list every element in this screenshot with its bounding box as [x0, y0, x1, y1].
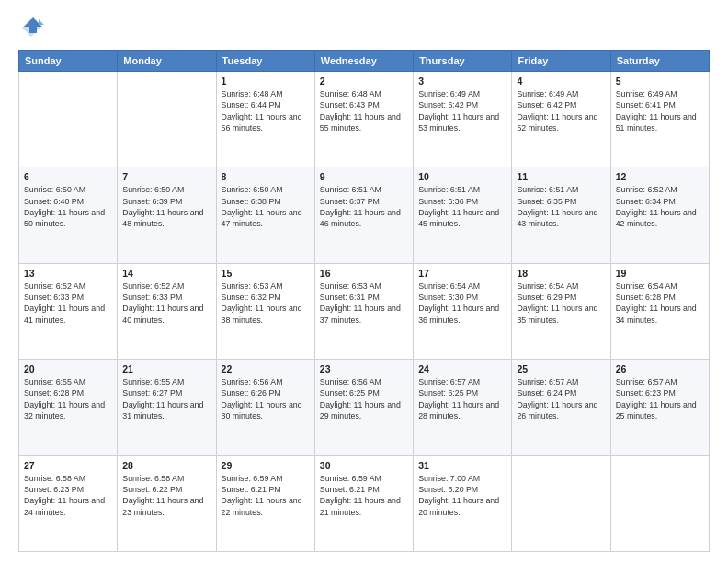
day-number: 31	[418, 460, 506, 471]
day-number: 18	[517, 268, 605, 279]
day-number: 9	[320, 171, 408, 182]
day-info: Sunrise: 6:57 AM Sunset: 6:24 PM Dayligh…	[517, 376, 605, 421]
day-info: Sunrise: 6:54 AM Sunset: 6:28 PM Dayligh…	[616, 281, 704, 326]
calendar-cell: 2Sunrise: 6:48 AM Sunset: 6:43 PM Daylig…	[314, 72, 413, 167]
day-info: Sunrise: 6:48 AM Sunset: 6:43 PM Dayligh…	[320, 88, 408, 133]
calendar-cell: 31Sunrise: 7:00 AM Sunset: 6:20 PM Dayli…	[414, 455, 512, 551]
day-number: 30	[320, 460, 408, 471]
day-number: 17	[418, 268, 506, 279]
day-number: 4	[517, 75, 605, 86]
calendar-cell: 27Sunrise: 6:58 AM Sunset: 6:23 PM Dayli…	[19, 455, 118, 551]
day-info: Sunrise: 6:50 AM Sunset: 6:38 PM Dayligh…	[222, 184, 310, 229]
calendar-cell: 21Sunrise: 6:55 AM Sunset: 6:27 PM Dayli…	[118, 360, 216, 455]
day-info: Sunrise: 6:58 AM Sunset: 6:23 PM Dayligh…	[24, 473, 112, 518]
calendar-cell: 28Sunrise: 6:58 AM Sunset: 6:22 PM Dayli…	[118, 455, 216, 551]
day-info: Sunrise: 6:57 AM Sunset: 6:23 PM Dayligh…	[616, 376, 704, 421]
day-info: Sunrise: 6:52 AM Sunset: 6:33 PM Dayligh…	[122, 281, 210, 326]
day-info: Sunrise: 6:59 AM Sunset: 6:21 PM Dayligh…	[320, 473, 408, 518]
calendar-cell: 4Sunrise: 6:49 AM Sunset: 6:42 PM Daylig…	[512, 72, 610, 167]
day-number: 24	[418, 363, 506, 374]
calendar-cell	[512, 455, 610, 551]
day-info: Sunrise: 6:52 AM Sunset: 6:33 PM Dayligh…	[24, 281, 112, 326]
day-info: Sunrise: 6:55 AM Sunset: 6:27 PM Dayligh…	[122, 376, 210, 421]
day-info: Sunrise: 6:51 AM Sunset: 6:37 PM Dayligh…	[320, 184, 408, 229]
day-info: Sunrise: 6:55 AM Sunset: 6:28 PM Dayligh…	[24, 376, 112, 421]
calendar-cell: 23Sunrise: 6:56 AM Sunset: 6:25 PM Dayli…	[314, 360, 413, 455]
weekday-header-sunday: Sunday	[19, 51, 118, 72]
day-info: Sunrise: 6:54 AM Sunset: 6:29 PM Dayligh…	[517, 281, 605, 326]
day-info: Sunrise: 6:53 AM Sunset: 6:32 PM Dayligh…	[222, 281, 310, 326]
calendar-cell: 12Sunrise: 6:52 AM Sunset: 6:34 PM Dayli…	[610, 167, 709, 263]
calendar-cell	[19, 72, 118, 167]
day-info: Sunrise: 6:57 AM Sunset: 6:25 PM Dayligh…	[418, 376, 506, 421]
day-number: 3	[418, 75, 506, 86]
day-number: 16	[320, 268, 408, 279]
calendar-cell: 20Sunrise: 6:55 AM Sunset: 6:28 PM Dayli…	[19, 360, 118, 455]
day-info: Sunrise: 6:53 AM Sunset: 6:31 PM Dayligh…	[320, 281, 408, 326]
weekday-header-thursday: Thursday	[414, 51, 512, 72]
day-number: 20	[24, 363, 112, 374]
calendar-cell: 19Sunrise: 6:54 AM Sunset: 6:28 PM Dayli…	[610, 263, 709, 359]
calendar-cell: 8Sunrise: 6:50 AM Sunset: 6:38 PM Daylig…	[216, 167, 314, 263]
day-number: 12	[616, 171, 704, 182]
day-number: 5	[616, 75, 704, 86]
day-info: Sunrise: 6:49 AM Sunset: 6:41 PM Dayligh…	[616, 88, 704, 133]
calendar-cell	[118, 72, 216, 167]
calendar-cell: 30Sunrise: 6:59 AM Sunset: 6:21 PM Dayli…	[314, 455, 413, 551]
day-number: 25	[517, 363, 605, 374]
calendar-week-row: 6Sunrise: 6:50 AM Sunset: 6:40 PM Daylig…	[19, 167, 710, 263]
day-info: Sunrise: 6:50 AM Sunset: 6:39 PM Dayligh…	[122, 184, 210, 229]
weekday-header-wednesday: Wednesday	[314, 51, 413, 72]
weekday-header-tuesday: Tuesday	[216, 51, 314, 72]
weekday-header-saturday: Saturday	[610, 51, 709, 72]
calendar-cell: 6Sunrise: 6:50 AM Sunset: 6:40 PM Daylig…	[19, 167, 118, 263]
day-info: Sunrise: 6:56 AM Sunset: 6:25 PM Dayligh…	[320, 376, 408, 421]
day-number: 14	[122, 268, 210, 279]
calendar-cell: 5Sunrise: 6:49 AM Sunset: 6:41 PM Daylig…	[610, 72, 709, 167]
day-number: 11	[517, 171, 605, 182]
day-number: 8	[222, 171, 310, 182]
day-info: Sunrise: 6:50 AM Sunset: 6:40 PM Dayligh…	[24, 184, 112, 229]
calendar-cell: 3Sunrise: 6:49 AM Sunset: 6:42 PM Daylig…	[414, 72, 512, 167]
day-info: Sunrise: 6:58 AM Sunset: 6:22 PM Dayligh…	[122, 473, 210, 518]
calendar-cell: 18Sunrise: 6:54 AM Sunset: 6:29 PM Dayli…	[512, 263, 610, 359]
day-number: 15	[222, 268, 310, 279]
day-number: 6	[24, 171, 112, 182]
calendar-cell: 17Sunrise: 6:54 AM Sunset: 6:30 PM Dayli…	[414, 263, 512, 359]
calendar-cell: 11Sunrise: 6:51 AM Sunset: 6:35 PM Dayli…	[512, 167, 610, 263]
calendar-table: SundayMondayTuesdayWednesdayThursdayFrid…	[18, 50, 710, 552]
day-info: Sunrise: 7:00 AM Sunset: 6:20 PM Dayligh…	[418, 473, 506, 518]
logo-icon	[18, 15, 44, 40]
calendar-cell: 29Sunrise: 6:59 AM Sunset: 6:21 PM Dayli…	[216, 455, 314, 551]
calendar-cell: 24Sunrise: 6:57 AM Sunset: 6:25 PM Dayli…	[414, 360, 512, 455]
day-number: 10	[418, 171, 506, 182]
calendar-cell: 13Sunrise: 6:52 AM Sunset: 6:33 PM Dayli…	[19, 263, 118, 359]
calendar-cell: 15Sunrise: 6:53 AM Sunset: 6:32 PM Dayli…	[216, 263, 314, 359]
weekday-header-row: SundayMondayTuesdayWednesdayThursdayFrid…	[19, 51, 710, 72]
calendar-cell: 16Sunrise: 6:53 AM Sunset: 6:31 PM Dayli…	[314, 263, 413, 359]
calendar-cell	[610, 455, 709, 551]
calendar-cell: 9Sunrise: 6:51 AM Sunset: 6:37 PM Daylig…	[314, 167, 413, 263]
day-number: 7	[122, 171, 210, 182]
day-info: Sunrise: 6:52 AM Sunset: 6:34 PM Dayligh…	[616, 184, 704, 229]
page: SundayMondayTuesdayWednesdayThursdayFrid…	[0, 0, 728, 563]
weekday-header-friday: Friday	[512, 51, 610, 72]
day-info: Sunrise: 6:49 AM Sunset: 6:42 PM Dayligh…	[418, 88, 506, 133]
logo	[18, 15, 48, 40]
header	[18, 15, 710, 40]
calendar-cell: 7Sunrise: 6:50 AM Sunset: 6:39 PM Daylig…	[118, 167, 216, 263]
day-number: 23	[320, 363, 408, 374]
day-info: Sunrise: 6:56 AM Sunset: 6:26 PM Dayligh…	[222, 376, 310, 421]
calendar-cell: 22Sunrise: 6:56 AM Sunset: 6:26 PM Dayli…	[216, 360, 314, 455]
day-number: 19	[616, 268, 704, 279]
day-info: Sunrise: 6:48 AM Sunset: 6:44 PM Dayligh…	[222, 88, 310, 133]
weekday-header-monday: Monday	[118, 51, 216, 72]
day-info: Sunrise: 6:51 AM Sunset: 6:36 PM Dayligh…	[418, 184, 506, 229]
day-number: 21	[122, 363, 210, 374]
day-number: 28	[122, 460, 210, 471]
calendar-cell: 10Sunrise: 6:51 AM Sunset: 6:36 PM Dayli…	[414, 167, 512, 263]
calendar-cell: 25Sunrise: 6:57 AM Sunset: 6:24 PM Dayli…	[512, 360, 610, 455]
day-number: 26	[616, 363, 704, 374]
calendar-week-row: 27Sunrise: 6:58 AM Sunset: 6:23 PM Dayli…	[19, 455, 710, 551]
calendar-cell: 1Sunrise: 6:48 AM Sunset: 6:44 PM Daylig…	[216, 72, 314, 167]
